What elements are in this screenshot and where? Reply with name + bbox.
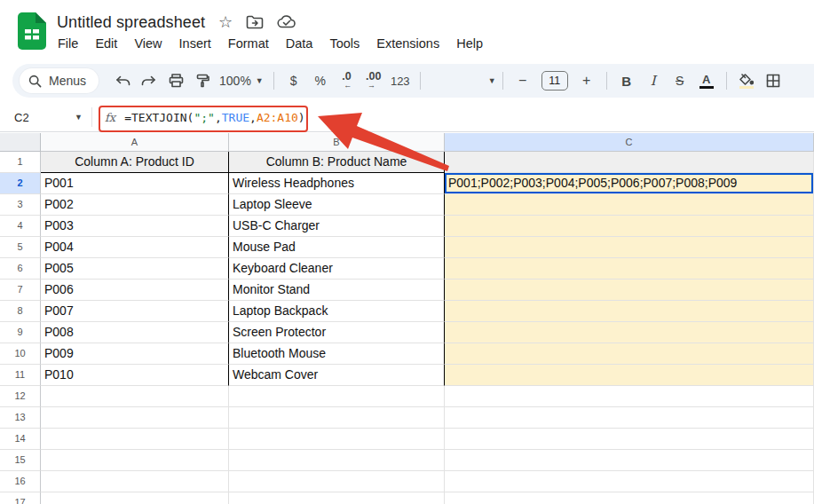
- cell-A8[interactable]: P007: [41, 301, 229, 322]
- cell-C4[interactable]: [445, 216, 814, 237]
- row-header-12[interactable]: 12: [0, 386, 41, 407]
- cell-B11[interactable]: Webcam Cover: [229, 365, 445, 386]
- cell-A16[interactable]: [41, 471, 229, 492]
- select-all-corner[interactable]: [0, 133, 41, 152]
- column-header-C[interactable]: C: [445, 133, 814, 152]
- cell-A2[interactable]: P001: [41, 173, 229, 194]
- borders-button[interactable]: [760, 68, 786, 93]
- star-icon[interactable]: ☆: [218, 14, 233, 30]
- cell-A6[interactable]: P005: [41, 258, 229, 280]
- italic-button[interactable]: I: [640, 68, 667, 93]
- cell-C17[interactable]: [445, 492, 814, 504]
- move-folder-icon[interactable]: [246, 15, 264, 29]
- row-header-1[interactable]: 1: [0, 152, 41, 173]
- cell-A14[interactable]: [41, 429, 229, 450]
- cell-A17[interactable]: [41, 492, 229, 504]
- cell-C14[interactable]: [445, 429, 814, 450]
- cell-C10[interactable]: [445, 343, 814, 365]
- decrease-decimal-button[interactable]: .0 ←: [334, 68, 360, 93]
- cell-A7[interactable]: P006: [41, 280, 229, 301]
- row-header-13[interactable]: 13: [0, 407, 41, 429]
- cell-C5[interactable]: [445, 237, 814, 258]
- row-header-5[interactable]: 5: [0, 237, 41, 258]
- cell-C3[interactable]: [445, 194, 814, 216]
- cell-B13[interactable]: [229, 407, 445, 429]
- row-header-17[interactable]: 17: [0, 492, 41, 504]
- menu-format[interactable]: Format: [221, 35, 276, 52]
- cell-A9[interactable]: P008: [41, 322, 229, 343]
- cell-B14[interactable]: [229, 429, 445, 450]
- chevron-down-icon[interactable]: ▼: [488, 76, 496, 85]
- cell-C6[interactable]: [445, 258, 814, 280]
- menu-tools[interactable]: Tools: [322, 35, 367, 52]
- cell-A5[interactable]: P004: [41, 237, 229, 258]
- row-header-9[interactable]: 9: [0, 322, 41, 343]
- cell-B9[interactable]: Screen Protector: [229, 322, 445, 343]
- document-title[interactable]: Untitled spreadsheet: [57, 13, 205, 32]
- sheets-logo-icon[interactable]: [18, 12, 46, 50]
- cell-B7[interactable]: Monitor Stand: [229, 280, 445, 301]
- cell-B10[interactable]: Bluetooth Mouse: [229, 343, 445, 365]
- decrease-font-size-button[interactable]: −: [510, 68, 536, 93]
- cell-C13[interactable]: [445, 407, 814, 429]
- menu-view[interactable]: View: [127, 35, 169, 52]
- row-header-3[interactable]: 3: [0, 194, 41, 216]
- row-header-4[interactable]: 4: [0, 216, 41, 237]
- menu-extensions[interactable]: Extensions: [369, 35, 447, 52]
- cell-B6[interactable]: Keyboard Cleaner: [229, 258, 445, 280]
- cell-C8[interactable]: [445, 301, 814, 322]
- undo-button[interactable]: [109, 68, 136, 93]
- cell-B3[interactable]: Laptop Sleeve: [229, 194, 445, 216]
- cell-B5[interactable]: Mouse Pad: [229, 237, 445, 258]
- cell-B12[interactable]: [229, 386, 445, 407]
- menu-edit[interactable]: Edit: [88, 35, 124, 52]
- bold-button[interactable]: B: [613, 68, 640, 93]
- format-percent-button[interactable]: %: [307, 68, 334, 93]
- cell-A15[interactable]: [41, 450, 229, 471]
- cell-C7[interactable]: [445, 280, 814, 301]
- font-size-input[interactable]: 11: [541, 71, 568, 91]
- menu-insert[interactable]: Insert: [172, 35, 218, 52]
- column-header-B[interactable]: B: [229, 133, 445, 152]
- print-button[interactable]: [162, 68, 189, 93]
- row-header-8[interactable]: 8: [0, 301, 41, 322]
- cell-B16[interactable]: [229, 471, 445, 492]
- cell-B4[interactable]: USB-C Charger: [229, 216, 445, 237]
- cloud-saved-icon[interactable]: [277, 15, 296, 29]
- cell-A10[interactable]: P009: [41, 343, 229, 365]
- row-header-16[interactable]: 16: [0, 471, 41, 492]
- cell-C1[interactable]: [445, 152, 814, 173]
- cell-B2[interactable]: Wireless Headphones: [229, 173, 445, 194]
- strikethrough-button[interactable]: S: [667, 68, 693, 93]
- redo-button[interactable]: [136, 68, 162, 93]
- cell-C9[interactable]: [445, 322, 814, 343]
- format-currency-button[interactable]: $: [281, 68, 307, 93]
- menus-search-button[interactable]: Menus: [20, 68, 99, 93]
- cell-C2[interactable]: P001;P002;P003;P004;P005;P006;P007;P008;…: [445, 173, 814, 194]
- cell-C12[interactable]: [445, 386, 814, 407]
- zoom-dropdown[interactable]: 100% ▼: [216, 68, 267, 93]
- row-header-10[interactable]: 10: [0, 343, 41, 365]
- increase-decimal-button[interactable]: .00 →: [360, 68, 387, 93]
- cell-B17[interactable]: [229, 492, 445, 504]
- menu-help[interactable]: Help: [449, 35, 490, 52]
- formula-text[interactable]: =TEXTJOIN(";",TRUE,A2:A10): [124, 111, 305, 124]
- row-header-11[interactable]: 11: [0, 365, 41, 386]
- row-header-6[interactable]: 6: [0, 258, 41, 280]
- cell-B1[interactable]: Column B: Product Name: [229, 152, 445, 173]
- row-header-15[interactable]: 15: [0, 450, 41, 471]
- cell-A1[interactable]: Column A: Product ID: [41, 152, 229, 173]
- paint-format-button[interactable]: [189, 68, 216, 93]
- row-header-2[interactable]: 2: [0, 173, 41, 194]
- fill-color-button[interactable]: [733, 68, 760, 93]
- cell-B15[interactable]: [229, 450, 445, 471]
- cell-B8[interactable]: Laptop Backpack: [229, 301, 445, 322]
- cell-C11[interactable]: [445, 365, 814, 386]
- cell-A11[interactable]: P010: [41, 365, 229, 386]
- increase-font-size-button[interactable]: +: [573, 68, 600, 93]
- cell-C16[interactable]: [445, 471, 814, 492]
- row-header-14[interactable]: 14: [0, 429, 41, 450]
- column-header-A[interactable]: A: [41, 133, 229, 152]
- text-color-button[interactable]: A: [693, 68, 720, 93]
- name-box[interactable]: C2 ▼: [0, 107, 92, 127]
